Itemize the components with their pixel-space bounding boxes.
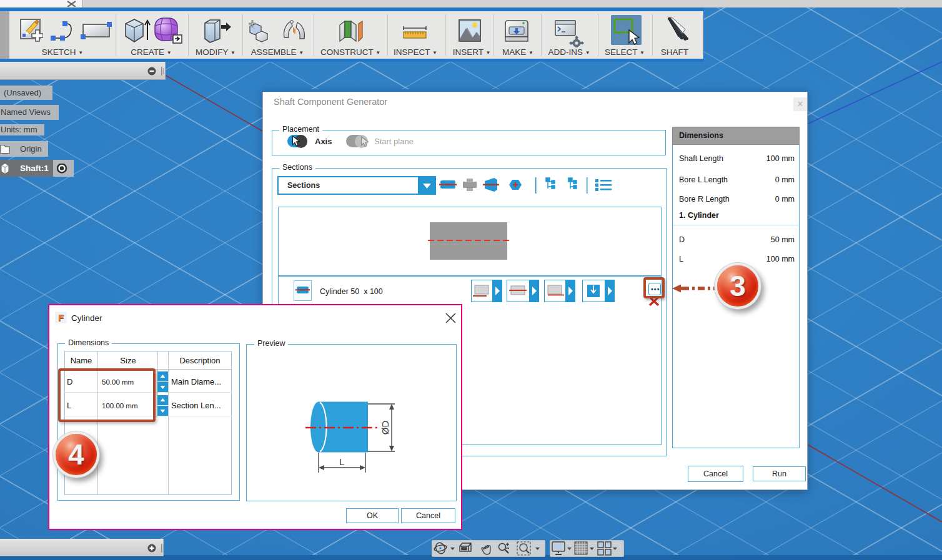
svg-text:ØD: ØD <box>380 421 390 435</box>
svg-text:L: L <box>339 456 344 467</box>
